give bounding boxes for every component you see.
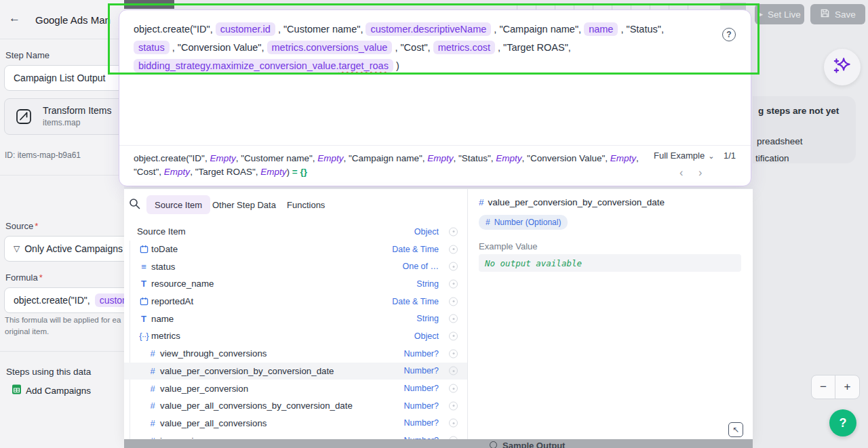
step-name-label: Step Name [5, 50, 50, 60]
linked-step-add-campaigns[interactable]: Add Campaigns [12, 384, 91, 396]
tab-source-item[interactable]: Source Item [146, 195, 210, 214]
steps-using-label: Steps using this data [6, 367, 91, 377]
field-type: Date & Time [392, 297, 439, 306]
text-icon: T [138, 279, 149, 289]
tree-row-value-per-all-conversions-by-conversion-date[interactable]: #value_per_all_conversions_by_conversion… [124, 397, 467, 415]
field-type: Object [414, 331, 439, 341]
list-icon: ≡ [138, 262, 149, 272]
code-text: "Cost", [134, 167, 164, 177]
tree-row-resource-name[interactable]: Tresource_nameString [124, 275, 467, 293]
field-name: value_per_all_conversions_by_conversion_… [160, 401, 353, 411]
source-select[interactable]: ▽ Only Active Campaigns [4, 236, 136, 262]
help-button[interactable]: ? [829, 409, 856, 436]
info-icon[interactable] [449, 367, 458, 375]
field-type: Number? [404, 384, 439, 393]
example-page-indicator: 1/1 [724, 150, 736, 161]
field-title: # value_per_conversion_by_conversion_dat… [479, 197, 665, 207]
data-tree: Source ItemObjecttoDateDate & Time≡statu… [124, 223, 467, 439]
set-live-button[interactable]: ▶ Set Live [755, 4, 804, 24]
left-sidebar: ← Google Ads Man Step Name Campaign List… [0, 0, 124, 448]
info-icon[interactable] [449, 349, 458, 358]
search-icon[interactable] [129, 198, 140, 209]
tree-row-metrics[interactable]: {··}metricsObject [124, 327, 467, 345]
warning-card-line: preadsheet [757, 136, 803, 146]
data-browser: Source Item Other Step Data Functions So… [124, 188, 753, 439]
field-name: name [151, 314, 174, 324]
warning-card-line: g steps are not yet [758, 106, 839, 116]
tree-row-value-per-all-conversions[interactable]: #value_per_all_conversionsNumber? [124, 415, 467, 432]
formula-input-preview[interactable]: object.create("ID", customer.id [4, 287, 136, 313]
info-icon[interactable] [449, 401, 458, 410]
zoom-in-button[interactable]: + [835, 375, 859, 399]
formula-preview-zone: object.create("ID", Empty, "Customer nam… [119, 145, 751, 186]
empty-value: Empty [496, 153, 521, 163]
info-icon[interactable] [449, 262, 458, 271]
tree-row-impressions[interactable]: #impressionsNumber? [124, 432, 467, 439]
divider [0, 351, 124, 352]
code-text: , "Conversion Value", [522, 153, 610, 163]
full-example-dropdown[interactable]: Full Example⌄ [654, 150, 714, 161]
example-value-label: Example Value [479, 241, 537, 251]
expand-button[interactable]: ↖ [728, 422, 743, 437]
code-text: = [292, 167, 298, 177]
tree-row-view-through-conversions[interactable]: #view_through_conversionsNumber? [124, 345, 467, 363]
save-button[interactable]: Save [810, 4, 865, 24]
info-icon[interactable] [449, 279, 458, 288]
source-label: Source* [5, 221, 38, 231]
info-icon[interactable] [449, 331, 458, 340]
tree-row-reportedat[interactable]: reportedAtDate & Time [124, 293, 467, 310]
field-name: value_per_all_conversions [160, 418, 267, 428]
field-type: Number? [404, 366, 439, 375]
empty-value: Empty [164, 167, 190, 177]
sample-output-bar[interactable]: Sample Output [124, 439, 753, 448]
code-text: {} [300, 167, 307, 177]
formula-note: original item. [5, 327, 49, 335]
back-button[interactable]: ← [9, 12, 20, 25]
info-icon[interactable] [449, 419, 458, 428]
field-name: value_per_conversion_by_conversion_date [160, 366, 334, 376]
empty-value: Empty [610, 153, 636, 163]
code-text: , "Target ROAS", [190, 167, 260, 177]
hash-icon: # [147, 401, 158, 411]
app-canvas: her ▶ Set Live Save ← Google Ads Man Ste… [0, 0, 868, 448]
annotation-highlight-box [108, 3, 760, 75]
code-text: , "Campaign name", [344, 153, 428, 163]
code-line: "Cost", Empty, "Target ROAS", Empty) = {… [134, 165, 648, 179]
hash-icon: # [147, 384, 158, 394]
field-type: Number? [404, 401, 439, 411]
data-explorer-panel: Source Item Other Step Data Functions So… [124, 189, 468, 439]
braces-icon: {··} [138, 331, 149, 341]
field-type: Object [414, 227, 439, 237]
code-text: ) [287, 167, 292, 177]
code-text: , "Status", [453, 153, 496, 163]
next-example-button[interactable]: › [698, 167, 702, 179]
step-type-card[interactable]: Transform Items items.map [4, 98, 136, 135]
divider [0, 39, 124, 39]
tab-functions[interactable]: Functions [287, 195, 325, 214]
zoom-out-button[interactable]: − [812, 375, 835, 399]
field-type: One of … [403, 262, 439, 271]
chevron-down-icon: ⌄ [708, 152, 714, 160]
tree-row-todate[interactable]: toDateDate & Time [124, 241, 467, 258]
field-type: String [416, 314, 439, 323]
calendar-icon [138, 297, 149, 306]
info-icon[interactable] [449, 384, 458, 393]
info-icon[interactable] [449, 314, 458, 323]
expand-icon: ↖ [732, 425, 739, 434]
tree-row-status[interactable]: ≡statusOne of … [124, 258, 467, 275]
info-icon[interactable] [449, 245, 458, 253]
code-line: object.create("ID", Empty, "Customer nam… [134, 152, 648, 165]
tab-other-step-data[interactable]: Other Step Data [212, 195, 276, 214]
step-id: ID: items-map-b9a61 [5, 150, 81, 160]
tree-row-name[interactable]: TnameString [124, 310, 467, 327]
info-icon[interactable] [449, 297, 458, 306]
info-icon[interactable] [449, 227, 458, 236]
tree-row-value-per-conversion[interactable]: #value_per_conversionNumber? [124, 380, 467, 397]
empty-value: Empty [210, 153, 235, 163]
tree-row-value-per-conversion-by-conversion-date[interactable]: #value_per_conversion_by_conversion_date… [124, 363, 467, 380]
field-name: toDate [151, 244, 178, 254]
ai-assistant-button[interactable] [824, 49, 861, 85]
sample-output-icon [490, 441, 497, 448]
prev-example-button[interactable]: ‹ [679, 167, 683, 179]
tree-row-source-item[interactable]: Source ItemObject [124, 223, 467, 241]
